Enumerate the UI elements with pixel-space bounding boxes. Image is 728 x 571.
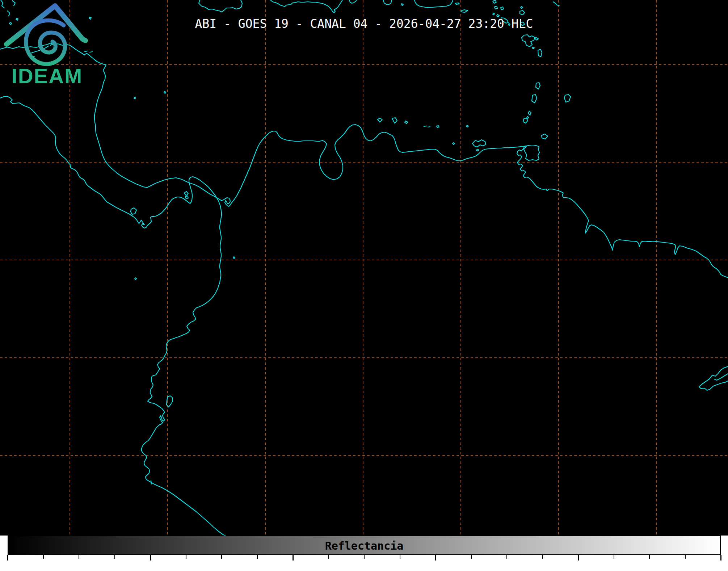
las-aves-dash-1-coastline xyxy=(424,126,426,126)
bonaire-coastline xyxy=(405,121,408,123)
st-croix-coastline xyxy=(461,10,468,12)
colorbar-major-tick xyxy=(150,555,151,560)
colorbar-label: Reflectancia xyxy=(8,539,720,552)
peru-offshore-dash-coastline xyxy=(151,480,151,484)
image-title: ABI - GOES 19 - CANAL 04 - 2026-04-27 23… xyxy=(0,17,728,31)
tobago-coastline xyxy=(542,134,548,139)
grenadines-dot-coastline xyxy=(527,117,529,118)
colorbar-minor-tick xyxy=(328,555,329,559)
dominica-coastline xyxy=(538,49,542,57)
colorbar-minor-tick xyxy=(400,555,400,559)
martinique-coastline xyxy=(536,83,540,89)
colorbar-panel: Reflectancia 0.00.20.40.60.81.0 xyxy=(0,536,728,571)
la-blanquilla-dot-coastline xyxy=(466,125,468,127)
colorbar-minor-tick xyxy=(506,555,507,559)
colorbar-minor-tick xyxy=(471,555,472,559)
pearl-island-1-coastline xyxy=(184,192,188,196)
los-roques-coastline xyxy=(437,126,439,127)
colorbar-major-tick xyxy=(293,555,294,560)
trinidad-coastline xyxy=(523,146,539,160)
isla-margarita-coastline xyxy=(472,140,486,147)
jamaica-coastline xyxy=(199,0,242,12)
hispaniola-south-coast-coastline xyxy=(270,0,342,13)
colorbar-minor-tick xyxy=(221,555,222,559)
antigua-coastline xyxy=(520,11,525,15)
ideam-logo-text: IDEAM xyxy=(12,64,83,86)
mountain-roof-icon xyxy=(7,6,85,44)
san-andres-dot-coastline xyxy=(164,91,166,93)
coche-dot-coastline xyxy=(476,149,479,151)
guadeloupe-coastline xyxy=(522,35,535,47)
mona-dot-coastline xyxy=(401,4,403,5)
marie-galante-dot-coastline xyxy=(532,47,534,49)
colorbar-minor-tick xyxy=(186,555,186,559)
map-area: ABI - GOES 19 - CANAL 04 - 2026-04-27 23… xyxy=(0,0,728,536)
malpelo-dot-coastline xyxy=(135,278,136,280)
barbados-coastline xyxy=(564,95,571,102)
colorbar-minor-tick xyxy=(649,555,650,559)
anguilla-blob-coastline xyxy=(493,0,496,3)
mona-fragment-coastline xyxy=(383,0,392,5)
colorbar-minor-tick xyxy=(43,555,44,559)
la-orchila-dot-coastline xyxy=(453,143,455,144)
barbuda-dot-coastline xyxy=(521,7,523,8)
st-vincent-coastline xyxy=(528,111,531,115)
gorgona-dot-coastline xyxy=(233,257,235,259)
las-aves-dash-2-coastline xyxy=(428,127,430,127)
coiba-island-coastline xyxy=(131,208,136,214)
amazon-river-branch-coastline xyxy=(714,374,728,380)
colorbar-minor-tick xyxy=(114,555,115,559)
colorbar-minor-tick xyxy=(542,555,543,559)
st-barth-blob-coastline xyxy=(501,7,504,10)
pearl-island-2-coastline xyxy=(185,196,188,199)
grenada-coastline xyxy=(523,118,528,123)
st-martin-blob-coastline xyxy=(495,6,497,9)
vieques-coastline xyxy=(455,3,459,4)
map-canvas xyxy=(0,0,728,536)
hispaniola-east-fragment-coastline xyxy=(349,0,357,3)
colorbar-minor-tick xyxy=(685,555,686,559)
colorbar-major-tick xyxy=(435,555,436,560)
colorbar-major-tick xyxy=(720,555,721,560)
colorbar-gradient: Reflectancia xyxy=(8,536,721,555)
colorbar-major-tick xyxy=(578,555,579,560)
satellite-image-viewer: ABI - GOES 19 - CANAL 04 - 2026-04-27 23… xyxy=(0,0,728,571)
hurricane-spiral-icon xyxy=(26,20,65,64)
colorbar-minor-tick xyxy=(614,555,614,559)
aruba-coastline xyxy=(378,118,382,122)
caribbean-atlantic-coast-coastline xyxy=(0,43,728,278)
saba-dot-coastline xyxy=(493,13,495,15)
desirade-dash-coastline xyxy=(535,37,538,40)
colorbar-minor-tick xyxy=(364,555,365,559)
providencia-dot-coastline xyxy=(134,97,136,99)
colorbar-major-tick xyxy=(7,555,8,560)
curacao-coastline xyxy=(392,118,397,123)
colorbar-minor-tick xyxy=(257,555,258,559)
amazon-river-banks-coastline xyxy=(699,366,728,390)
puerto-rico-south-coast-coastline xyxy=(415,0,453,8)
st-lucia-coastline xyxy=(532,95,537,103)
colorbar-minor-tick xyxy=(79,555,79,559)
ideam-logo: IDEAM xyxy=(0,0,94,86)
